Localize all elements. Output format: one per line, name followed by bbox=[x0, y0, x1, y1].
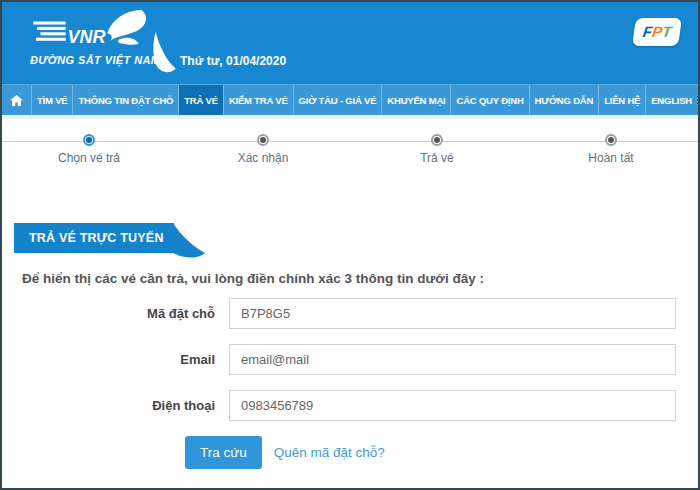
nav-gio-tau-gia-ve[interactable]: GIỜ TÀU - GIÁ VÉ bbox=[294, 85, 383, 115]
nav-kiem-tra-ve[interactable]: KIỂM TRA VÉ bbox=[224, 85, 294, 115]
nav-huong-dan[interactable]: HƯỚNG DẪN bbox=[530, 85, 600, 115]
phone-input[interactable] bbox=[229, 390, 676, 421]
step-tra-ve[interactable]: Trả vé bbox=[350, 134, 524, 165]
lookup-button[interactable]: Tra cứu bbox=[185, 436, 262, 469]
nav-home[interactable] bbox=[2, 85, 32, 115]
nav-label: TRẢ VÉ bbox=[184, 95, 218, 106]
step-circle-icon bbox=[431, 134, 443, 146]
step-label: Chọn vé trả bbox=[58, 151, 120, 165]
step-circle-active-icon bbox=[83, 134, 95, 146]
booking-code-label: Mã đặt chỗ bbox=[2, 306, 229, 321]
page: VNR ĐƯỜNG SẮT VIỆT NAM Thứ tư, 01/04/202… bbox=[0, 0, 700, 490]
step-hoan-tat[interactable]: Hoàn tất bbox=[524, 134, 698, 165]
forgot-booking-code-link[interactable]: Quên mã đặt chỗ? bbox=[274, 445, 385, 460]
booking-code-input[interactable] bbox=[229, 298, 676, 329]
banner-swoosh-icon bbox=[173, 223, 211, 267]
progress-steps: Chọn vé trả Xác nhận Trả vé Hoàn tất bbox=[2, 129, 698, 181]
step-label: Hoàn tất bbox=[588, 151, 633, 165]
fpt-letter-t: T bbox=[661, 24, 672, 39]
train-logo-icon: VNR bbox=[30, 8, 150, 53]
nav-label: ENGLISH bbox=[651, 95, 692, 106]
nav-label: THÔNG TIN ĐẶT CHỖ bbox=[78, 95, 173, 106]
nav-label: HƯỚNG DẪN bbox=[535, 95, 594, 106]
main-nav: TÌM VÉ THÔNG TIN ĐẶT CHỖ TRẢ VÉ KIỂM TRA… bbox=[2, 84, 698, 115]
nav-lien-he[interactable]: LIÊN HỆ bbox=[599, 85, 646, 115]
vnr-logo[interactable]: VNR ĐƯỜNG SẮT VIỆT NAM bbox=[30, 8, 160, 66]
nav-label: KIỂM TRA VÉ bbox=[229, 95, 288, 106]
logo-vnr-text: VNR bbox=[68, 27, 106, 47]
nav-english[interactable]: ENGLISH bbox=[646, 85, 698, 115]
nav-label: GIỜ TÀU - GIÁ VÉ bbox=[299, 95, 377, 106]
nav-khuyen-mai[interactable]: KHUYẾN MẠI bbox=[382, 85, 451, 115]
step-label: Trả vé bbox=[420, 151, 454, 165]
home-icon bbox=[10, 95, 23, 106]
email-input[interactable] bbox=[229, 344, 676, 375]
form-row-phone: Điện thoại bbox=[2, 390, 698, 421]
step-chon-ve-tra[interactable]: Chọn vé trả bbox=[2, 134, 176, 165]
email-label: Email bbox=[2, 352, 229, 367]
phone-label: Điện thoại bbox=[2, 398, 229, 413]
nav-label: CÁC QUY ĐỊNH bbox=[456, 95, 523, 106]
sail-swoosh-icon bbox=[152, 32, 176, 80]
step-circle-icon bbox=[257, 134, 269, 146]
step-xac-nhan[interactable]: Xác nhận bbox=[176, 134, 350, 165]
nav-tra-ve[interactable]: TRẢ VÉ bbox=[179, 85, 224, 115]
nav-label: KHUYẾN MẠI bbox=[387, 95, 445, 106]
nav-divider bbox=[2, 115, 698, 119]
logo-subtitle: ĐƯỜNG SẮT VIỆT NAM bbox=[30, 54, 160, 66]
nav-label: TÌM VÉ bbox=[37, 95, 67, 106]
refund-lookup-form: Mã đặt chỗ Email Điện thoại Tra cứu Quên… bbox=[2, 298, 698, 469]
section-banner: TRẢ VÉ TRỰC TUYẾN bbox=[14, 223, 698, 253]
nav-tim-ve[interactable]: TÌM VÉ bbox=[32, 85, 73, 115]
section-title: TRẢ VÉ TRỰC TUYẾN bbox=[14, 223, 174, 253]
nav-thong-tin-dat-cho[interactable]: THÔNG TIN ĐẶT CHỖ bbox=[73, 85, 179, 115]
form-row-booking-code: Mã đặt chỗ bbox=[2, 298, 698, 329]
form-actions: Tra cứu Quên mã đặt chỗ? bbox=[185, 436, 698, 469]
form-row-email: Email bbox=[2, 344, 698, 375]
nav-label: LIÊN HỆ bbox=[604, 95, 640, 106]
nav-cac-quy-dinh[interactable]: CÁC QUY ĐỊNH bbox=[451, 85, 529, 115]
instruction-text: Để hiển thị các vé cần trả, vui lòng điề… bbox=[22, 271, 698, 286]
uk-flag-icon bbox=[697, 94, 698, 106]
current-date: Thứ tư, 01/04/2020 bbox=[180, 54, 286, 68]
step-circle-icon bbox=[605, 134, 617, 146]
header: VNR ĐƯỜNG SẮT VIỆT NAM Thứ tư, 01/04/202… bbox=[2, 2, 698, 84]
fpt-logo[interactable]: FPT bbox=[632, 18, 682, 46]
step-label: Xác nhận bbox=[238, 151, 289, 165]
